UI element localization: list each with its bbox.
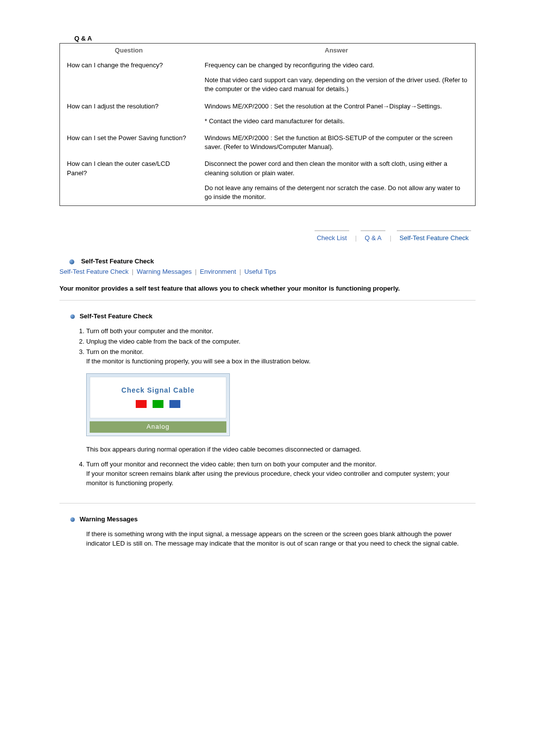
- divider: [59, 300, 476, 301]
- step-3-line1: Turn on the monitor.: [86, 348, 144, 355]
- tab-self-test[interactable]: Self-Test Feature Check: [393, 226, 476, 243]
- tab-label: Self-Test Feature Check: [393, 233, 476, 243]
- self-test-intro: Your monitor provides a self test featur…: [59, 284, 476, 293]
- anchor-useful-tips[interactable]: Useful Tips: [244, 268, 276, 275]
- bullet-icon: [70, 314, 75, 319]
- anchor-separator: |: [130, 268, 135, 275]
- warning-messages-section: Warning Messages If there is something w…: [59, 515, 476, 549]
- table-row: How can I adjust the resolution? Windows…: [60, 98, 476, 130]
- tab-qa[interactable]: Q & A: [358, 226, 388, 243]
- qa-answer-line: Windows ME/XP/2000 : Set the function at…: [205, 134, 468, 151]
- qa-question: How can I set the Power Saving function?: [60, 130, 198, 155]
- self-test-heading: Self-Test Feature Check: [81, 257, 154, 265]
- tab-check-list[interactable]: Check List: [310, 226, 354, 243]
- qa-header-question: Question: [60, 44, 198, 57]
- table-row: How can I change the frequency? Frequenc…: [60, 57, 476, 98]
- anchor-self-test[interactable]: Self-Test Feature Check: [59, 268, 128, 275]
- qa-question: How can I adjust the resolution?: [60, 98, 198, 130]
- qa-answer-line: Do not leave any remains of the detergen…: [205, 184, 468, 202]
- step-2: Unplug the video cable from the back of …: [86, 337, 466, 347]
- warning-text: If there is something wrong with the inp…: [86, 530, 466, 549]
- analog-label: Analog: [90, 421, 226, 433]
- tab-separator: [356, 236, 356, 242]
- step-4-line2: If your monitor screen remains blank aft…: [86, 470, 449, 487]
- qa-answer-line: Windows ME/XP/2000 : Set the resolution …: [205, 102, 468, 111]
- step-4: Turn off your monitor and reconnect the …: [86, 460, 466, 488]
- step-4-line1: Turn off your monitor and reconnect the …: [86, 460, 376, 468]
- step-3-line2: If the monitor is functioning properly, …: [86, 357, 311, 365]
- self-test-heading-row: Self-Test Feature Check: [59, 257, 476, 265]
- tab-nav: Check List Q & A Self-Test Feature Check: [59, 226, 476, 243]
- bullet-icon: [69, 259, 74, 264]
- divider: [59, 503, 476, 504]
- qa-answer: Windows ME/XP/2000 : Set the resolution …: [198, 98, 476, 130]
- anchor-separator: |: [238, 268, 242, 275]
- qa-answer-line: Note that video card support can vary, d…: [205, 76, 468, 94]
- qa-answer-line: Disconnect the power cord and then clean…: [205, 159, 468, 177]
- anchor-separator: |: [194, 268, 198, 275]
- tab-label: Q & A: [358, 233, 388, 243]
- step-3-note: This box appears during normal operation…: [86, 445, 466, 454]
- table-row: How can I clean the outer case/LCD Panel…: [60, 155, 476, 205]
- anchor-environment[interactable]: Environment: [200, 268, 236, 275]
- warning-heading: Warning Messages: [80, 515, 138, 523]
- bullet-icon: [70, 517, 75, 522]
- check-signal-inner: Check Signal Cable: [90, 377, 226, 418]
- qa-question: How can I change the frequency?: [60, 57, 198, 98]
- qa-answer: Disconnect the power cord and then clean…: [198, 155, 476, 205]
- check-signal-cable-box: Check Signal Cable Analog: [86, 373, 230, 436]
- qa-table: Question Answer How can I change the fre…: [59, 43, 476, 206]
- warning-heading-row: Warning Messages: [70, 515, 476, 523]
- qa-answer: Windows ME/XP/2000 : Set the function at…: [198, 130, 476, 155]
- qa-title: Q & A: [59, 35, 476, 42]
- qa-header-row: Question Answer: [60, 44, 476, 57]
- anchor-links: Self-Test Feature Check | Warning Messag…: [59, 268, 476, 275]
- qa-answer: Frequency can be changed by reconfigurin…: [198, 57, 476, 98]
- step-1: Turn off both your computer and the moni…: [86, 327, 466, 336]
- self-test-steps: Turn off both your computer and the moni…: [75, 327, 476, 488]
- red-square-icon: [136, 400, 147, 408]
- self-test-sub-heading-row: Self-Test Feature Check: [70, 312, 476, 320]
- green-square-icon: [153, 400, 163, 408]
- check-signal-text: Check Signal Cable: [90, 385, 226, 395]
- qa-answer-line: Frequency can be changed by reconfigurin…: [205, 61, 468, 70]
- qa-header-answer: Answer: [198, 44, 476, 57]
- self-test-sub-heading: Self-Test Feature Check: [80, 312, 153, 320]
- table-row: How can I set the Power Saving function?…: [60, 130, 476, 155]
- color-squares: [90, 400, 226, 411]
- tab-label: Check List: [310, 233, 354, 243]
- anchor-warning-messages[interactable]: Warning Messages: [137, 268, 192, 275]
- page-content: Q & A Question Answer How can I change t…: [59, 0, 476, 578]
- blue-square-icon: [169, 400, 180, 408]
- qa-question: How can I clean the outer case/LCD Panel…: [60, 155, 198, 205]
- step-3: Turn on the monitor. If the monitor is f…: [86, 348, 466, 454]
- qa-answer-line: * Contact the video card manufacturer fo…: [205, 117, 468, 126]
- tab-separator: [390, 236, 391, 242]
